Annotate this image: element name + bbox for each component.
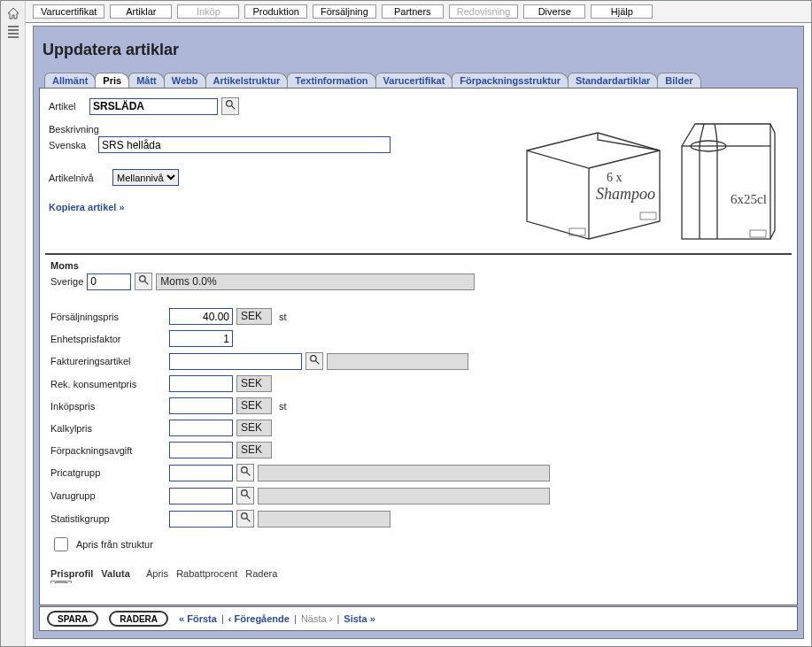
svg-point-4 [226, 101, 232, 107]
menu-produktion[interactable]: Produktion [244, 4, 307, 19]
tab-webb[interactable]: Webb [164, 73, 206, 88]
svg-rect-1 [8, 29, 19, 31]
varugrupp-input[interactable] [169, 488, 233, 505]
svg-text:Shampoo: Shampoo [596, 185, 655, 203]
menu-varucertifikat[interactable]: Varucertifikat [33, 4, 104, 19]
svg-point-23 [241, 513, 247, 520]
artikelniva-label: Artikelnivå [49, 173, 109, 183]
col-radera[interactable]: Radera [245, 568, 277, 579]
svg-point-19 [241, 467, 247, 474]
inkopspris-input[interactable] [169, 397, 233, 414]
rek-konsumentpris-input[interactable] [169, 375, 233, 392]
nav-forsta[interactable]: « Första [179, 613, 217, 624]
tab-standardartiklar[interactable]: Standardartiklar [568, 73, 658, 88]
varugrupp-display [258, 488, 550, 505]
sverige-lookup-button[interactable] [135, 273, 152, 290]
enhetsprisfaktor-input[interactable] [169, 330, 233, 347]
forpackningsavgift-currency: SEK [236, 442, 272, 458]
artikelniva-select[interactable]: Mellannivå [112, 169, 179, 186]
kalkylpris-label: Kalkylpris [50, 423, 166, 434]
home-icon[interactable] [6, 6, 20, 20]
moms-display: Moms 0.0% [156, 273, 475, 290]
tab-bilder[interactable]: Bilder [657, 73, 700, 88]
faktureringsartikel-lookup-button[interactable] [305, 352, 323, 370]
tab-varucertifikat[interactable]: Varucertifikat [375, 73, 453, 88]
svg-line-5 [231, 105, 235, 109]
col-prisprofil[interactable]: Prisprofil [50, 568, 93, 579]
menu-diverse[interactable]: Diverse [523, 4, 585, 19]
pricatgrupp-lookup-button[interactable] [236, 464, 254, 481]
statistikgrupp-lookup-button[interactable] [236, 510, 254, 528]
svg-text:≡: ≡ [58, 582, 62, 583]
col-rabattprocent[interactable]: Rabattprocent [176, 568, 237, 579]
price-table-header: Prisprofil Valuta Ápris Rabattprocent Ra… [50, 568, 786, 583]
kalkylpris-input[interactable] [169, 420, 233, 436]
varugrupp-label: Varugrupp [50, 490, 166, 501]
svg-point-21 [241, 490, 247, 497]
svg-line-20 [246, 472, 250, 475]
menu-artiklar[interactable]: Artiklar [110, 4, 172, 19]
svg-line-24 [246, 518, 250, 521]
kalkylpris-currency: SEK [236, 420, 272, 436]
statistikgrupp-input[interactable] [169, 511, 233, 528]
svg-rect-0 [8, 26, 19, 27]
forpackningsavgift-label: Förpackningsavgift [50, 445, 166, 456]
nav-foregaende[interactable]: ‹ Föregående [228, 613, 290, 624]
menu-inkop[interactable]: Inköp [177, 4, 239, 19]
forpackningsavgift-input[interactable] [169, 442, 233, 458]
col-apris[interactable]: Ápris [146, 568, 168, 579]
tab-artikelstruktur[interactable]: Artikelstruktur [205, 73, 289, 88]
nav-sista[interactable]: Sista » [344, 613, 375, 624]
tab-textinformation[interactable]: Textinformation [287, 73, 375, 88]
artikel-label: Artikel [49, 101, 86, 112]
faktureringsartikel-input[interactable] [169, 353, 302, 370]
menu-redovisning[interactable]: Redovisning [449, 4, 519, 19]
tabstrip: Allmänt Pris Mått Webb Artikelstruktur T… [34, 68, 803, 88]
varugrupp-lookup-button[interactable] [236, 487, 254, 505]
artikel-lookup-button[interactable] [221, 97, 239, 115]
search-icon [138, 274, 150, 289]
forsaljningspris-currency: SEK [236, 308, 272, 325]
menu-hjalp[interactable]: Hjälp [591, 4, 653, 19]
svg-rect-2 [8, 33, 19, 35]
svg-point-17 [310, 356, 316, 362]
apris-fr-struktur-checkbox[interactable] [54, 537, 68, 551]
svg-line-18 [315, 360, 319, 364]
menu-partners[interactable]: Partners [382, 4, 444, 19]
add-row-button[interactable]: ≡ [50, 581, 72, 583]
search-icon [309, 354, 321, 368]
pricatgrupp-label: Pricatgrupp [50, 467, 166, 478]
radera-button[interactable]: RADERA [109, 611, 168, 627]
sverige-label: Sverige [50, 276, 83, 287]
svg-rect-3 [8, 36, 19, 38]
inkopspris-label: Inköpspris [50, 401, 166, 412]
page-title: Uppdatera artiklar [34, 27, 803, 68]
pricatgrupp-display [258, 465, 550, 481]
product-illustration: 6 x Shampoo [505, 97, 788, 250]
svenska-label: Svenska [49, 140, 95, 150]
forsaljningspris-unit: st [275, 312, 287, 322]
search-icon [225, 99, 236, 113]
tab-forpackningsstruktur[interactable]: Förpackningsstruktur [452, 73, 568, 88]
top-menu: Varucertifikat Artiklar Inköp Produktion… [26, 1, 811, 23]
spara-button[interactable]: SPARA [47, 611, 98, 627]
tab-pris[interactable]: Pris [95, 73, 129, 88]
svenska-input[interactable] [98, 136, 391, 153]
menu-forsaljning[interactable]: Försäljning [313, 4, 376, 19]
svg-line-16 [144, 281, 148, 284]
rek-konsumentpris-currency: SEK [236, 375, 272, 392]
search-icon [240, 466, 251, 480]
col-valuta[interactable]: Valuta [101, 568, 129, 579]
svg-point-15 [139, 276, 145, 282]
forsaljningspris-input[interactable] [169, 308, 233, 325]
pricatgrupp-input[interactable] [169, 465, 233, 481]
kopiera-artikel-link[interactable]: Kopiera artikel » [49, 202, 125, 212]
artikel-input[interactable] [89, 98, 218, 115]
tab-matt[interactable]: Mått [128, 73, 165, 88]
tab-allmant[interactable]: Allmänt [44, 73, 96, 88]
panel-pris: Artikel Beskrivning Svenska [39, 88, 798, 605]
inkopspris-currency: SEK [236, 397, 272, 414]
menu-grip-icon[interactable] [8, 26, 19, 38]
sverige-input[interactable] [87, 273, 131, 290]
svg-text:6x25cl: 6x25cl [731, 192, 767, 206]
